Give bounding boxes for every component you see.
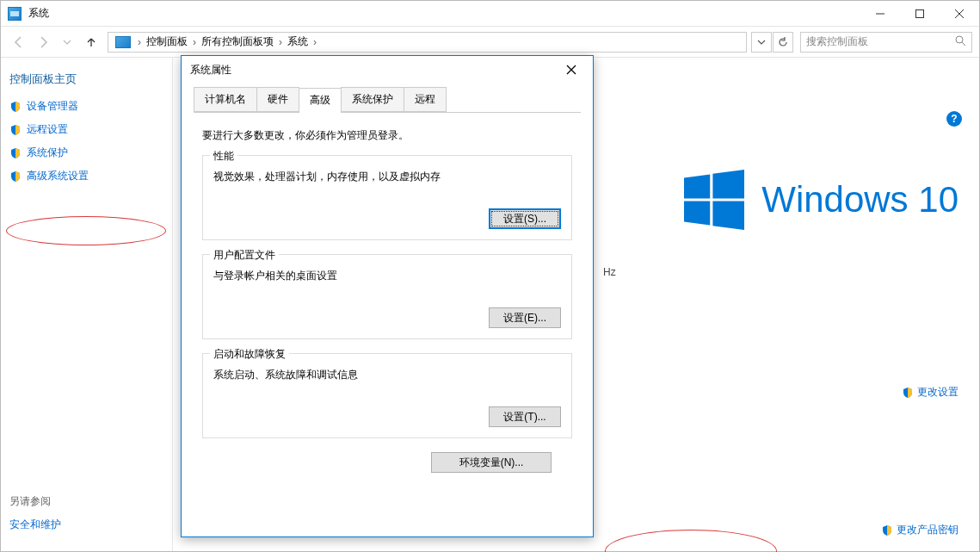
up-button[interactable] [80, 32, 102, 53]
shield-icon [9, 147, 22, 159]
group-desc: 系统启动、系统故障和调试信息 [213, 368, 561, 382]
spec-fragment: Hz [603, 266, 616, 278]
shield-icon [9, 101, 22, 113]
chevron-right-icon: › [313, 36, 317, 48]
search-placeholder: 搜索控制面板 [806, 34, 868, 49]
chevron-right-icon: › [138, 36, 141, 48]
tab-computer-name[interactable]: 计算机名 [194, 87, 257, 112]
group-title: 用户配置文件 [210, 248, 279, 263]
svg-rect-1 [916, 9, 924, 17]
dialog-tabs: 计算机名 硬件 高级 系统保护 远程 [194, 87, 581, 113]
profiles-settings-button[interactable]: 设置(E)... [489, 307, 561, 328]
dialog-close-button[interactable] [558, 57, 584, 83]
search-icon [955, 35, 966, 49]
tab-protection[interactable]: 系统保护 [341, 87, 404, 112]
computer-icon [8, 7, 22, 21]
startup-recovery-group: 启动和故障恢复 系统启动、系统故障和调试信息 设置(T)... [202, 353, 572, 438]
dialog-title: 系统属性 [190, 63, 231, 78]
breadcrumb-item[interactable]: 控制面板 [145, 34, 189, 49]
chevron-right-icon: › [193, 36, 196, 48]
maximize-button[interactable] [900, 1, 940, 27]
tab-advanced[interactable]: 高级 [299, 88, 342, 113]
change-product-key-link[interactable]: 更改产品密钥 [881, 523, 958, 537]
sidebar-link-advanced[interactable]: 高级系统设置 [9, 169, 163, 183]
svg-line-5 [962, 42, 965, 46]
group-desc: 视觉效果，处理器计划，内存使用，以及虚拟内存 [213, 170, 561, 184]
sidebar-link-label: 系统保护 [27, 146, 68, 160]
breadcrumb-item[interactable]: 所有控制面板项 [200, 34, 275, 49]
tab-hardware[interactable]: 硬件 [256, 87, 299, 112]
link-label: 更改产品密钥 [897, 523, 958, 537]
titlebar: 系统 [1, 1, 979, 27]
group-title: 性能 [210, 149, 237, 164]
change-settings-link[interactable]: 更改设置 [902, 385, 958, 400]
close-button[interactable] [940, 1, 979, 27]
sidebar-link-label: 设备管理器 [27, 99, 78, 114]
sidebar-link-device-manager[interactable]: 设备管理器 [9, 99, 163, 114]
window-title: 系统 [28, 6, 49, 21]
breadcrumb[interactable]: › 控制面板 › 所有控制面板项 › 系统 › [108, 32, 747, 53]
performance-settings-button[interactable]: 设置(S)... [489, 208, 561, 229]
sidebar: 控制面板主页 设备管理器 远程设置 系统保护 高级系统设置 另请参阅 安全和维护 [1, 58, 173, 551]
windows-edition-label: Windows 10 [761, 179, 958, 220]
environment-variables-button[interactable]: 环境变量(N)... [431, 452, 552, 473]
sidebar-link-remote[interactable]: 远程设置 [9, 122, 163, 137]
help-icon[interactable]: ? [946, 111, 962, 127]
tab-remote[interactable]: 远程 [404, 87, 447, 112]
sidebar-link-label: 安全和维护 [9, 518, 61, 532]
startup-settings-button[interactable]: 设置(T)... [489, 406, 561, 427]
forward-button[interactable] [32, 32, 54, 53]
windows-icon [684, 170, 744, 230]
performance-group: 性能 视觉效果，处理器计划，内存使用，以及虚拟内存 设置(S)... [202, 155, 572, 240]
chevron-right-icon: › [279, 36, 282, 48]
svg-point-4 [956, 36, 963, 43]
shield-icon [9, 124, 22, 136]
sidebar-link-label: 远程设置 [27, 122, 68, 137]
recent-dropdown[interactable] [56, 32, 78, 53]
minimize-button[interactable] [860, 1, 900, 27]
system-properties-dialog: 系统属性 计算机名 硬件 高级 系统保护 远程 要进行大多数更改，你必须作为管理… [181, 55, 594, 537]
user-profiles-group: 用户配置文件 与登录帐户相关的桌面设置 设置(E)... [202, 254, 572, 339]
shield-icon [881, 524, 893, 536]
refresh-button[interactable] [773, 32, 793, 53]
computer-icon [115, 36, 131, 48]
search-input[interactable]: 搜索控制面板 [800, 32, 972, 53]
shield-icon [9, 171, 22, 183]
sidebar-home[interactable]: 控制面板主页 [9, 71, 163, 87]
windows-logo-block: Windows 10 [684, 170, 958, 230]
sidebar-link-security[interactable]: 安全和维护 [9, 518, 61, 532]
dialog-titlebar: 系统属性 [182, 56, 593, 84]
nav-toolbar: › 控制面板 › 所有控制面板项 › 系统 › 搜索控制面板 [1, 27, 979, 58]
sidebar-link-label: 高级系统设置 [27, 169, 89, 183]
breadcrumb-item[interactable]: 系统 [286, 34, 310, 49]
see-also-label: 另请参阅 [9, 494, 61, 509]
link-label: 更改设置 [917, 385, 958, 400]
back-button[interactable] [8, 32, 30, 53]
group-title: 启动和故障恢复 [210, 347, 289, 362]
shield-icon [902, 387, 914, 399]
sidebar-link-protection[interactable]: 系统保护 [9, 146, 163, 160]
path-dropdown[interactable] [751, 32, 772, 53]
group-desc: 与登录帐户相关的桌面设置 [213, 269, 561, 283]
admin-note: 要进行大多数更改，你必须作为管理员登录。 [202, 128, 572, 143]
annotation-ellipse [6, 216, 166, 245]
